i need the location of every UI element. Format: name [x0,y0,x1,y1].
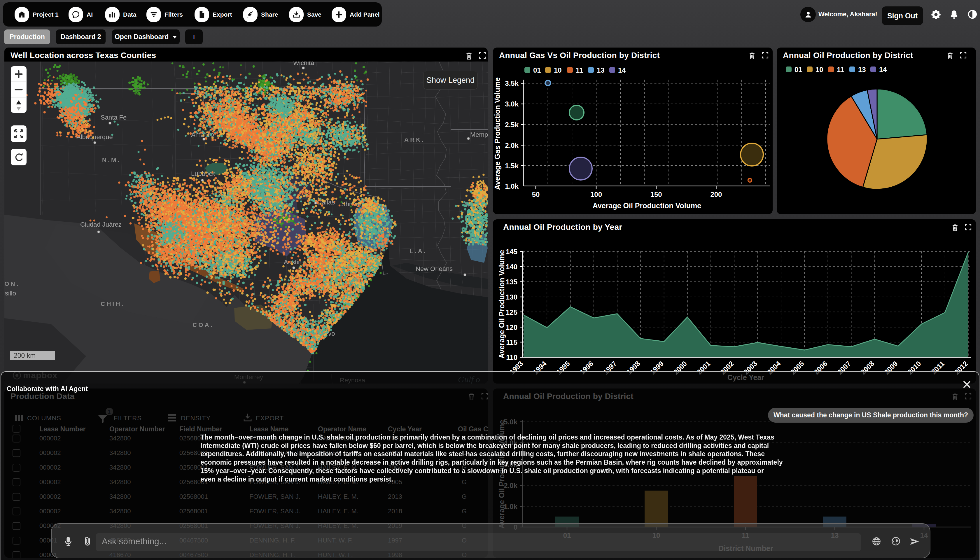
svg-text:100: 100 [590,190,602,198]
svg-text:120: 120 [506,323,517,331]
svg-text:3.0k: 3.0k [505,100,518,108]
svg-text:115: 115 [506,338,517,346]
svg-text:14: 14 [618,66,626,74]
svg-text:200: 200 [710,190,722,198]
svg-text:2.0k: 2.0k [505,142,518,149]
svg-text:145: 145 [506,248,517,255]
svg-text:130: 130 [506,293,517,301]
svg-text:3.5k: 3.5k [505,79,518,87]
svg-text:10: 10 [554,66,562,74]
svg-text:50: 50 [532,190,540,198]
svg-text:13: 13 [858,66,866,73]
svg-text:1.0k: 1.0k [505,182,518,190]
svg-text:01: 01 [533,66,541,74]
svg-text:10: 10 [815,66,823,73]
svg-text:125: 125 [506,308,517,316]
svg-text:150: 150 [650,190,662,198]
svg-text:Average Oil Production Volume: Average Oil Production Volume [593,202,701,210]
svg-text:11: 11 [837,66,844,73]
svg-text:01: 01 [795,66,802,73]
svg-text:140: 140 [506,263,517,271]
svg-text:135: 135 [506,278,517,286]
svg-text:Average Oil Production Volume: Average Oil Production Volume [498,250,506,358]
svg-text:2.5k: 2.5k [505,121,518,128]
svg-text:Average Gas Production Volume: Average Gas Production Volume [493,77,502,190]
svg-text:13: 13 [597,66,605,74]
svg-text:14: 14 [879,66,887,73]
svg-text:110: 110 [506,353,517,362]
svg-text:11: 11 [576,66,583,74]
svg-text:1.5k: 1.5k [505,162,518,170]
